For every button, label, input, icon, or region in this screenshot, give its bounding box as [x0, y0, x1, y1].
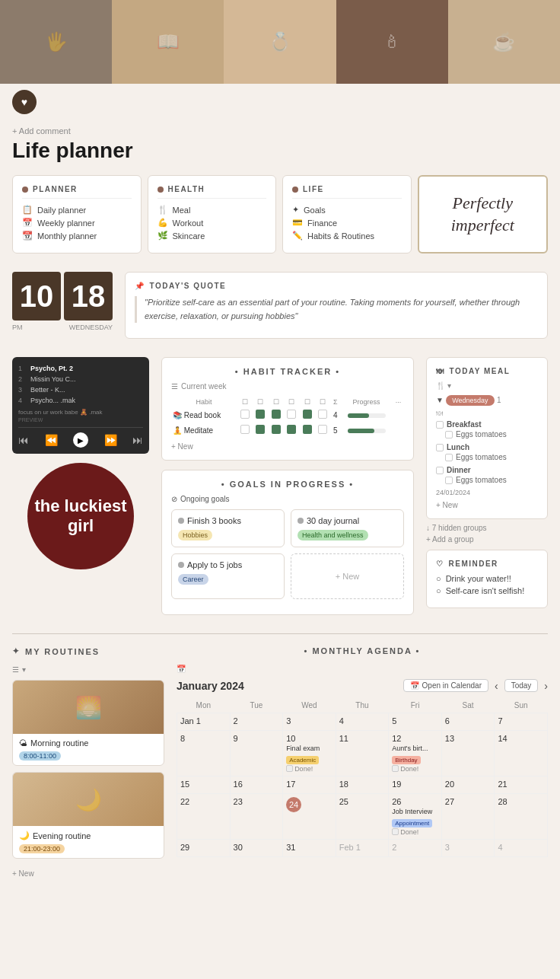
cal-day-jan1: Jan 1 [177, 713, 231, 731]
calendar-prev-button[interactable]: ‹ [495, 680, 498, 692]
routines-agenda-row: ✦ MY ROUTINES ☰ ▾ 🌅 🌤 Morning routine 8:… [12, 646, 548, 882]
routine-card-evening: 🌙 🌙 Evening routine 21:00-23:00 [12, 772, 164, 859]
routine-new-button[interactable]: + New [12, 865, 164, 882]
music-forward-button[interactable]: ⏩ [104, 434, 117, 446]
music-play-button[interactable]: ▶ [73, 432, 88, 448]
meal-icon-small: 🍽 [436, 410, 538, 417]
cal-day-jan30: 30 [230, 839, 283, 856]
habit-check-m2[interactable] [256, 425, 265, 434]
clock-minute: 18 [64, 272, 113, 320]
nav-cards: PLANNER 📋 Daily planner 📅 Weekly planner… [12, 175, 548, 254]
nav-item-goals[interactable]: ✦ Goals [292, 205, 402, 215]
habit-table: Habit ☐ ☐ ☐ ☐ ☐ ☐ Σ Progress ··· [171, 397, 404, 438]
nav-item-weekly[interactable]: 📅 Weekly planner [22, 218, 132, 228]
nav-card-planner: PLANNER 📋 Daily planner 📅 Weekly planner… [12, 175, 142, 254]
habit-check-r3[interactable] [272, 410, 281, 419]
add-comment-link[interactable]: + Add comment [12, 126, 548, 136]
page-title: Life planner [12, 139, 548, 163]
habit-check-r2[interactable] [256, 410, 265, 419]
goals-grid: Finish 3 books Hobbies 30 day journal He… [171, 509, 404, 599]
music-rewind-button[interactable]: ⏪ [45, 434, 58, 446]
cal-day-jan28: 28 [495, 793, 548, 839]
habit-row-read: 📚 Read book 4 [171, 407, 404, 423]
habit-progress-read [340, 407, 393, 423]
cal-week-1: Jan 1 2 3 4 5 6 7 [177, 713, 548, 731]
lunch-item-1: Eggs tomatoes [445, 453, 538, 461]
nav-health-title: HEALTH [158, 185, 267, 199]
habit-check-m4[interactable] [287, 425, 296, 434]
luckiest-girl-text: the luckiest girl [27, 496, 134, 537]
routine-evening-name: 🌙 Evening routine [19, 831, 158, 840]
middle-row: 1 Psycho, Pt. 2 2 Missin You C... 3 Bett… [12, 357, 548, 615]
cal-day-jan14: 14 [495, 731, 548, 777]
routines-title: ✦ MY ROUTINES [12, 646, 164, 656]
today-meal: 🍽 TODAY MEAL 🍴 ▾ ▼ Wednesday 1 🍽 Breakfa… [426, 357, 548, 519]
habit-col-actions: ··· [393, 397, 404, 407]
habit-col-d4: ☐ [284, 397, 300, 407]
habit-check-m5[interactable] [303, 425, 312, 434]
routine-morning-info: 🌤 Morning routine 8:00-11:00 [13, 734, 164, 765]
cal-week-2: 8 9 10 Final exam Academic Done! 11 12 A… [177, 731, 548, 777]
cal-th-sun: Sun [495, 698, 548, 713]
nav-item-skincare[interactable]: 🌿 Skincare [158, 231, 267, 241]
add-group-button[interactable]: + Add a group [426, 535, 548, 544]
section-divider [12, 633, 548, 634]
luckiest-girl-circle: the luckiest girl [27, 463, 134, 569]
habit-check-m6[interactable] [318, 425, 327, 434]
nav-item-monthly[interactable]: 📆 Monthly planner [22, 231, 132, 241]
event-done-3: Done! [392, 828, 438, 836]
nav-item-habits[interactable]: ✏️ Habits & Routines [292, 231, 402, 241]
open-calendar-button[interactable]: 📅 Open in Calendar [403, 679, 488, 692]
cal-day-jan17: 17 [283, 776, 336, 793]
cal-day-jan8: 8 [177, 731, 231, 777]
goal-new-button[interactable]: + New [291, 553, 404, 599]
habit-check-r1[interactable] [240, 410, 250, 419]
quote-title: 📌 TODAY'S QUOTE [135, 282, 538, 290]
habit-subtitle: ☰ Current week [171, 382, 404, 391]
routine-icon: ✦ [12, 646, 21, 656]
cal-day-jan20: 20 [441, 776, 495, 793]
dinner-item-1: Eggs tomatoes [445, 476, 538, 484]
habit-check-r4[interactable] [287, 410, 296, 419]
ongoing-label: ⊘ Ongoing goals [171, 495, 404, 503]
routine-morning-image: 🌅 [13, 681, 164, 734]
profile-bar: ♥ [0, 84, 560, 120]
cal-day-jan7: 7 [495, 713, 548, 731]
today-button[interactable]: Today [504, 679, 539, 692]
habit-check-m3[interactable] [272, 425, 281, 434]
reminder-section: ♡ REMINDER ○ Drink your water!! ○ Self-c… [426, 550, 548, 608]
habit-check-m1[interactable] [240, 425, 250, 434]
meal-new-button[interactable]: + New [436, 501, 538, 509]
hidden-groups[interactable]: ↓ 7 hidden groups [426, 524, 548, 532]
music-player[interactable]: 1 Psycho, Pt. 2 2 Missin You C... 3 Bett… [12, 357, 149, 454]
habit-name-read: 📚 Read book [171, 407, 237, 423]
music-prev-button[interactable]: ⏮ [18, 434, 29, 446]
habit-check-r6[interactable] [318, 410, 327, 419]
cal-day-jan16: 16 [230, 776, 283, 793]
habit-new-button[interactable]: + New [171, 442, 404, 451]
cal-day-jan31: 31 [283, 839, 336, 856]
music-next-button[interactable]: ⏭ [132, 434, 143, 446]
cal-day-jan9: 9 [230, 731, 283, 777]
goals-title: • GOALS IN PROGRESS • [171, 480, 404, 489]
meal-lunch: Lunch Eggs tomatoes [436, 443, 538, 461]
habit-check-r5[interactable] [303, 410, 312, 419]
reminder-icon: ♡ [436, 560, 444, 568]
nav-item-daily[interactable]: 📋 Daily planner [22, 205, 132, 215]
cal-day-feb1: Feb 1 [336, 839, 389, 856]
right-column: 🍽 TODAY MEAL 🍴 ▾ ▼ Wednesday 1 🍽 Breakfa… [426, 357, 548, 615]
habit-col-d5: ☐ [299, 397, 315, 407]
routines-section: ✦ MY ROUTINES ☰ ▾ 🌅 🌤 Morning routine 8:… [12, 646, 164, 882]
routine-filter[interactable]: ☰ ▾ [12, 665, 164, 674]
habit-col-d3: ☐ [268, 397, 284, 407]
calendar-next-button[interactable]: › [544, 680, 548, 692]
monthly-agenda: • MONTHLY AGENDA • 📅 January 2024 📅 Open… [177, 646, 548, 882]
habit-tracker: • HABIT TRACKER • ☰ Current week Habit ☐… [161, 357, 414, 461]
main-column: • HABIT TRACKER • ☰ Current week Habit ☐… [161, 357, 414, 615]
meal-day-num: 1 [497, 396, 501, 404]
breakfast-title: Breakfast [436, 420, 538, 429]
nav-item-workout[interactable]: 💪 Workout [158, 218, 267, 228]
music-item-1: 1 Psycho, Pt. 2 [18, 363, 143, 374]
nav-item-meal[interactable]: 🍴 Meal [158, 205, 267, 215]
nav-item-finance[interactable]: 💳 Finance [292, 218, 402, 228]
